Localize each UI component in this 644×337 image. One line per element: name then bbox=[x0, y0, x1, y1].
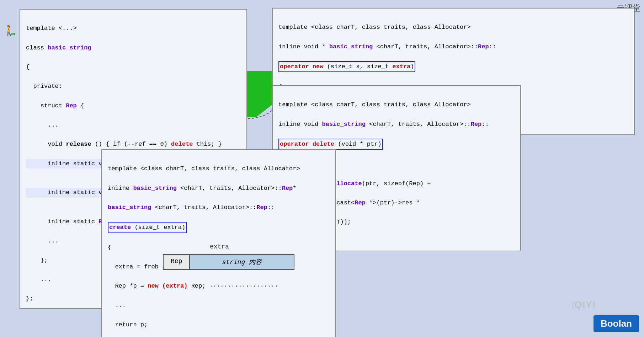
arrow-right-icon: ➡ bbox=[11, 29, 16, 39]
box1-dots1: ... bbox=[26, 122, 59, 128]
box4-template: template <class charT, class traits, cla… bbox=[108, 165, 300, 172]
box4-brace-open: { bbox=[108, 244, 111, 251]
iqiyi-watermark: iQIYI bbox=[572, 299, 596, 310]
box1-release: void release () { if (--ref == 0) delete… bbox=[26, 141, 222, 148]
mem-box-rep: Rep bbox=[163, 254, 190, 270]
box1-struct-close: }; bbox=[26, 257, 48, 264]
box4-inline1: inline basic_string <charT, traits, Allo… bbox=[108, 185, 297, 192]
box1-dots3: ... bbox=[26, 276, 51, 283]
box4-dots: ... bbox=[108, 302, 126, 309]
box1-template: template <...> bbox=[26, 25, 77, 32]
box2-template: template <class charT, class traits, cla… bbox=[278, 24, 471, 31]
boolan-badge: Boolan bbox=[594, 315, 639, 332]
mem-box-content: string 内容 bbox=[190, 254, 294, 270]
extra-label: extra bbox=[210, 243, 229, 250]
box1-struct-rep: struct Rep { bbox=[26, 102, 84, 109]
box4-return: return p; bbox=[108, 321, 148, 328]
box2-inline: inline void * basic_string <charT, trait… bbox=[278, 43, 496, 50]
box2-op-new-sig: operator new (size_t s, size_t extra) bbox=[278, 61, 415, 72]
box3-template: template <class charT, class traits, cla… bbox=[278, 101, 471, 108]
box3-inline: inline void basic_string <charT, traits,… bbox=[278, 121, 489, 128]
box4-rep-line: Rep *p = new (extra) Rep; ··············… bbox=[108, 283, 278, 289]
box1-class-header: class basic_string bbox=[26, 44, 91, 51]
box1-dots2: ... bbox=[26, 237, 59, 244]
box1-class-close: }; bbox=[26, 295, 33, 302]
box1-private: private: bbox=[26, 83, 62, 90]
box1-brace-open: { bbox=[26, 64, 30, 70]
box4-create-sig: create (size_t extra) bbox=[108, 222, 187, 233]
box3-op-delete-sig: operator delete (void * ptr) bbox=[278, 139, 383, 150]
memory-diagram: Rep string 内容 bbox=[163, 254, 294, 270]
box4-class2: basic_string <charT, traits, Allocator>:… bbox=[108, 204, 275, 211]
